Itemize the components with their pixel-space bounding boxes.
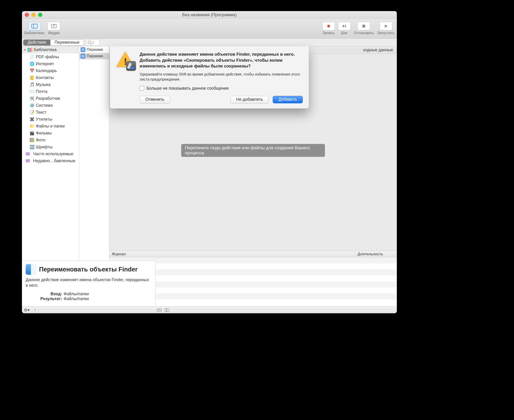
tab-variables[interactable]: Переменные xyxy=(50,39,84,45)
media-button[interactable]: Медиа xyxy=(47,22,61,36)
view-mode-list-icon[interactable] xyxy=(157,308,162,312)
confirmation-sheet: Данное действие изменяет имена объектов … xyxy=(110,46,309,109)
library-toggle-button[interactable]: Библиотека xyxy=(23,22,45,36)
sidebar-item-label: Фото xyxy=(36,138,45,142)
sidebar-item[interactable]: 🌐Интернет xyxy=(22,60,79,67)
sheet-dont-show-label[interactable]: Больше не показывать данное сообщение xyxy=(140,86,303,91)
svg-rect-0 xyxy=(32,24,37,28)
sidebar-item-label: Интернет xyxy=(36,61,54,66)
svg-marker-4 xyxy=(343,25,345,28)
library-icon xyxy=(31,24,38,28)
window-title: Без названия (Программа) xyxy=(22,12,397,17)
sidebar-item-label: Музыка xyxy=(36,82,51,87)
maximize-window-button[interactable] xyxy=(38,13,42,17)
stop-button[interactable]: Остановить xyxy=(353,22,375,36)
run-button[interactable]: Запустить xyxy=(376,22,395,36)
category-icon: 🎬 xyxy=(29,131,34,136)
sidebar-item[interactable]: 🖼️Фото xyxy=(22,136,79,143)
category-icon: 🛠️ xyxy=(29,96,34,101)
svg-rect-5 xyxy=(345,25,346,28)
run-icon xyxy=(383,24,389,28)
action-list-item[interactable]: Переиме xyxy=(79,53,109,59)
step-button[interactable]: Шаг xyxy=(337,22,352,36)
sidebar-item[interactable]: ✖️Утилиты xyxy=(22,116,79,123)
sidebar-smart-item[interactable]: Часто используемые xyxy=(22,150,79,157)
sidebar-item[interactable]: 🔤Шрифты xyxy=(22,143,79,150)
svg-marker-7 xyxy=(385,24,388,28)
dont-add-button[interactable]: Не добавлять xyxy=(230,96,269,103)
sidebar-root-library[interactable]: ▼ Библиотека xyxy=(22,46,79,53)
warning-icon xyxy=(116,51,135,70)
category-icon: 📁 xyxy=(29,124,34,129)
library-search[interactable]: п xyxy=(86,39,100,45)
gear-menu-button[interactable]: ⚙︎▾ xyxy=(24,308,30,313)
desc-input-value: Файлы/папки xyxy=(64,292,89,296)
sidebar-item[interactable]: ⚙️Система xyxy=(22,102,79,109)
category-icon: 🎵 xyxy=(29,82,34,87)
traffic-lights xyxy=(25,13,42,17)
library-tabs-row: Действия Переменные п xyxy=(22,38,397,46)
stop-label: Остановить xyxy=(354,31,374,35)
sidebar-item[interactable]: 📁Файлы и папки xyxy=(22,123,79,130)
sidebar-item[interactable]: ✉️Почта xyxy=(22,88,79,95)
status-bar: ⚙︎▾ ▾ xyxy=(22,306,397,313)
sidebar-item-label: Фильмы xyxy=(36,131,52,136)
category-icon: 🖼️ xyxy=(29,137,34,142)
sidebar-item-label: Разработчик xyxy=(36,96,60,101)
sheet-dont-show-checkbox[interactable] xyxy=(140,86,144,90)
view-mode-columns-icon[interactable] xyxy=(165,308,169,312)
close-window-button[interactable] xyxy=(25,13,29,17)
description-body: Данное действие изменяет имена объектов … xyxy=(26,277,152,288)
sidebar-item[interactable]: 📝Текст xyxy=(22,109,79,116)
category-icon: 📒 xyxy=(29,75,34,80)
sidebar-item-label: Утилиты xyxy=(36,117,52,122)
sidebar-item[interactable]: 📒Контакты xyxy=(22,74,79,81)
tab-actions[interactable]: Действия xyxy=(23,39,50,45)
svg-rect-6 xyxy=(362,25,365,28)
cancel-button[interactable]: Отменить xyxy=(140,96,170,103)
toolbar: Библиотека Медиа Запись Шаг Остановить xyxy=(22,19,397,38)
sidebar-item[interactable]: 🛠️Разработчик xyxy=(22,95,79,102)
media-icon xyxy=(51,24,57,28)
sidebar-item-label: Контакты xyxy=(36,75,54,80)
add-button[interactable]: Добавить xyxy=(273,96,303,103)
action-icon xyxy=(81,47,85,52)
record-button[interactable]: Запись xyxy=(321,22,336,36)
sidebar-item-label: Шрифты xyxy=(36,145,53,150)
smart-folder-icon xyxy=(26,152,30,156)
category-icon: ⚙️ xyxy=(29,103,34,108)
log-col-duration[interactable]: Длительность xyxy=(355,251,397,257)
automator-badge-icon xyxy=(126,61,136,71)
search-text: п xyxy=(92,40,94,45)
app-window: Без названия (Программа) Библиотека Меди… xyxy=(22,11,397,313)
sidebar-item[interactable]: 📄PDF-файлы xyxy=(22,53,79,60)
step-label: Шаг xyxy=(341,31,348,35)
action-list-item[interactable]: Переиме xyxy=(79,46,109,53)
sidebar-item[interactable]: 🎬Фильмы xyxy=(22,130,79,136)
sidebar-item-label: Система xyxy=(36,103,53,108)
panel-toggle-button[interactable]: ▾ xyxy=(33,308,38,312)
sheet-note: Удерживайте клавишу Shift во время добав… xyxy=(140,72,303,82)
disclosure-triangle-icon[interactable]: ▼ xyxy=(23,48,26,52)
stop-icon xyxy=(361,24,367,28)
sidebar-smart-item[interactable]: Недавно…бавленные xyxy=(22,157,79,164)
description-title: Переименовать объекты Finder xyxy=(39,266,137,273)
category-icon: 📝 xyxy=(29,110,34,115)
record-icon xyxy=(326,24,332,28)
sidebar-root-label: Библиотека xyxy=(34,47,57,52)
sheet-checkbox-text: Больше не показывать данное сообщение xyxy=(146,86,229,91)
library-label: Библиотека xyxy=(24,31,44,35)
category-icon: 📄 xyxy=(29,54,34,59)
sidebar-item-label: Текст xyxy=(36,110,46,115)
sidebar-item[interactable]: 🎵Музыка xyxy=(22,81,79,88)
category-icon: ✉️ xyxy=(29,89,34,94)
finder-icon xyxy=(26,264,36,275)
sidebar-item[interactable]: 📅Календарь xyxy=(22,67,79,74)
log-header: Журнал Длительность xyxy=(109,251,397,257)
sidebar-item-label: PDF-файлы xyxy=(36,54,59,59)
category-icon: 🔤 xyxy=(29,144,34,150)
record-label: Запись xyxy=(322,31,335,35)
log-col-journal[interactable]: Журнал xyxy=(109,251,355,257)
titlebar: Без названия (Программа) xyxy=(22,11,397,19)
minimize-window-button[interactable] xyxy=(31,13,36,17)
